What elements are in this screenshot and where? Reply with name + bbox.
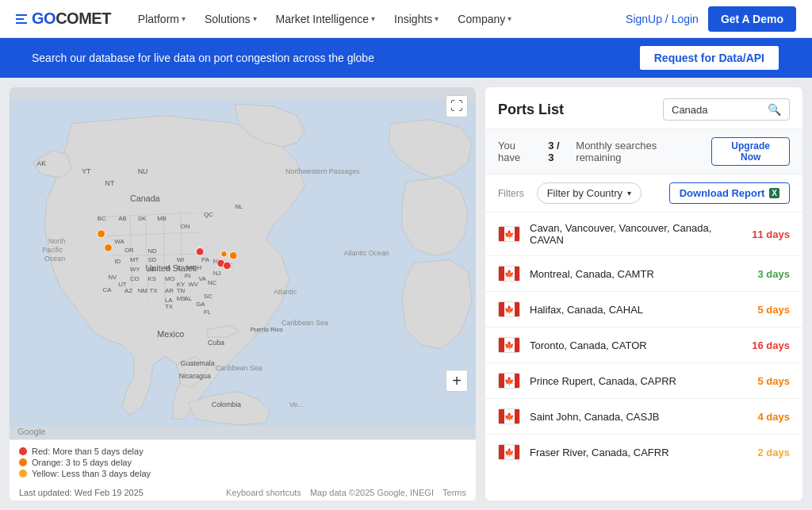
svg-text:CA: CA [103, 286, 113, 293]
svg-text:AB: AB [118, 215, 126, 222]
port-name: Saint John, Canada, CASJB [530, 411, 749, 423]
logo-text: GOCOMET [32, 10, 111, 28]
svg-text:TX: TX [149, 287, 158, 294]
map-legend: Red: More than 5 days delay Orange: 3 to… [10, 439, 476, 485]
port-name: Halifax, Canada, CAHAL [530, 304, 749, 316]
port-item[interactable]: 🍁 Fraser River, Canada, CAFRR 2 days [485, 435, 802, 470]
searches-info-bar: You have 3 / 3 Monthly searches remainin… [485, 129, 802, 174]
port-item[interactable]: 🍁 Toronto, Canada, CATOR 16 days [485, 328, 802, 363]
svg-text:Puerto Rico: Puerto Rico [251, 326, 284, 333]
svg-text:MO: MO [165, 275, 175, 282]
svg-text:NL: NL [235, 203, 243, 210]
nav-item-company[interactable]: Company ▾ [450, 8, 519, 30]
google-logo: Google [17, 427, 45, 436]
map-expand-button[interactable]: ⛶ [446, 95, 468, 117]
nav-item-insights[interactable]: Insights ▾ [386, 8, 446, 30]
ports-panel-header: Ports List 🔍 [485, 87, 802, 129]
svg-text:Ocean: Ocean [44, 255, 65, 263]
map-section: Canada United States Mexico North Pacifi… [10, 87, 476, 500]
svg-text:AR: AR [165, 287, 174, 294]
svg-text:Caribbean Sea: Caribbean Sea [216, 364, 262, 372]
port-days: 3 days [758, 268, 790, 280]
svg-text:ID: ID [114, 258, 121, 265]
nav-item-platform[interactable]: Platform ▾ [130, 8, 193, 30]
legend-text-orange: Orange: 3 to 5 days delay [32, 458, 132, 467]
port-item[interactable]: 🍁 Saint John, Canada, CASJB 4 days [485, 399, 802, 435]
svg-text:AL: AL [185, 295, 193, 302]
search-icon: 🔍 [768, 103, 781, 116]
svg-text:ND: ND [147, 247, 157, 255]
port-item[interactable]: 🍁 Halifax, Canada, CAHAL 5 days [485, 292, 802, 328]
svg-text:BC: BC [98, 215, 106, 222]
svg-text:Mexico: Mexico [157, 329, 184, 339]
legend-text-yellow: Yellow: Less than 3 days delay [32, 469, 151, 478]
port-days: 5 days [758, 304, 790, 316]
chevron-down-icon: ▾ [627, 189, 631, 197]
port-days: 16 days [752, 339, 790, 351]
legend-item-red: Red: More than 5 days delay [19, 447, 466, 456]
logo[interactable]: GOCOMET [16, 10, 111, 28]
port-days: 4 days [758, 411, 790, 423]
svg-text:Ve...: Ve... [289, 401, 304, 408]
svg-text:Atlantic Ocean: Atlantic Ocean [343, 249, 389, 257]
svg-text:Canada: Canada [130, 194, 160, 203]
svg-text:KS: KS [147, 275, 155, 282]
get-demo-button[interactable]: Get A Demo [708, 6, 796, 32]
svg-text:IN: IN [185, 272, 191, 279]
ports-search-input[interactable] [672, 104, 763, 116]
svg-text:NU: NU [138, 167, 148, 175]
terms-link[interactable]: Terms [442, 488, 466, 497]
svg-text:Nicaragua: Nicaragua [179, 372, 211, 380]
port-name: Toronto, Canada, CATOR [530, 339, 742, 351]
svg-text:Cuba: Cuba [208, 339, 224, 347]
svg-text:WI: WI [177, 256, 185, 263]
legend-dot-yellow [19, 470, 27, 477]
svg-text:VA: VA [198, 275, 207, 282]
svg-text:WY: WY [130, 266, 140, 273]
svg-text:QC: QC [204, 211, 213, 218]
keyboard-shortcuts-link[interactable]: Keyboard shortcuts [226, 488, 301, 497]
svg-point-82 [221, 251, 228, 257]
ports-search-box[interactable]: 🔍 [663, 98, 790, 121]
svg-text:OH: OH [192, 264, 201, 271]
navbar: GOCOMET Platform ▾ Solutions ▾ Market In… [0, 0, 812, 38]
nav-items: Platform ▾ Solutions ▾ Market Intelligen… [130, 8, 626, 30]
svg-text:North: North [48, 238, 66, 246]
map-container[interactable]: Canada United States Mexico North Pacifi… [10, 87, 476, 439]
canada-flag-icon: 🍁 [498, 226, 520, 242]
nav-item-market-intelligence[interactable]: Market Intelligence ▾ [268, 8, 384, 30]
download-report-button[interactable]: Download Report X [669, 182, 790, 204]
chevron-down-icon: ▾ [253, 14, 257, 23]
excel-icon: X [769, 188, 779, 198]
logo-icon [16, 14, 27, 24]
canada-flag-icon: 🍁 [498, 373, 520, 389]
searches-count: 3 / 3 [548, 140, 568, 163]
ports-panel: Ports List 🔍 You have 3 / 3 Monthly sear… [485, 87, 802, 500]
svg-point-79 [224, 262, 232, 270]
port-item[interactable]: 🍁 Prince Rupert, Canada, CAPRR 5 days [485, 363, 802, 399]
banner-text: Search our database for live data on por… [32, 52, 374, 64]
svg-text:Pacific: Pacific [42, 246, 63, 254]
svg-text:GA: GA [196, 301, 205, 308]
nav-item-solutions[interactable]: Solutions ▾ [197, 8, 265, 30]
svg-text:Caribbean Sea: Caribbean Sea [282, 319, 328, 327]
nav-right: SignUp / Login Get A Demo [626, 6, 796, 32]
signup-login-link[interactable]: SignUp / Login [626, 13, 699, 25]
filter-by-country-button[interactable]: Filter by Country ▾ [537, 182, 642, 204]
searches-text: You have [498, 140, 540, 163]
request-data-button[interactable]: Request for Data/API [638, 44, 780, 71]
canada-flag-icon: 🍁 [498, 301, 520, 317]
svg-text:TN: TN [177, 287, 186, 294]
port-item[interactable]: 🍁 Cavan, Vancouver, Vancouver, Canada, C… [485, 213, 802, 256]
svg-point-81 [229, 251, 237, 259]
svg-text:KY: KY [177, 281, 186, 288]
legend-dot-red [19, 447, 27, 455]
svg-text:TX: TX [165, 303, 174, 310]
last-updated-text: Last updated: Wed Feb 19 2025 [19, 488, 144, 497]
upgrade-now-button[interactable]: Upgrade Now [711, 137, 790, 166]
svg-text:IA: IA [165, 264, 171, 271]
chevron-down-icon: ▾ [182, 14, 186, 23]
port-item[interactable]: 🍁 Montreal, Canada, CAMTR 3 days [485, 256, 802, 292]
ports-list-title: Ports List [498, 102, 564, 118]
map-zoom-in-button[interactable]: + [446, 370, 468, 392]
